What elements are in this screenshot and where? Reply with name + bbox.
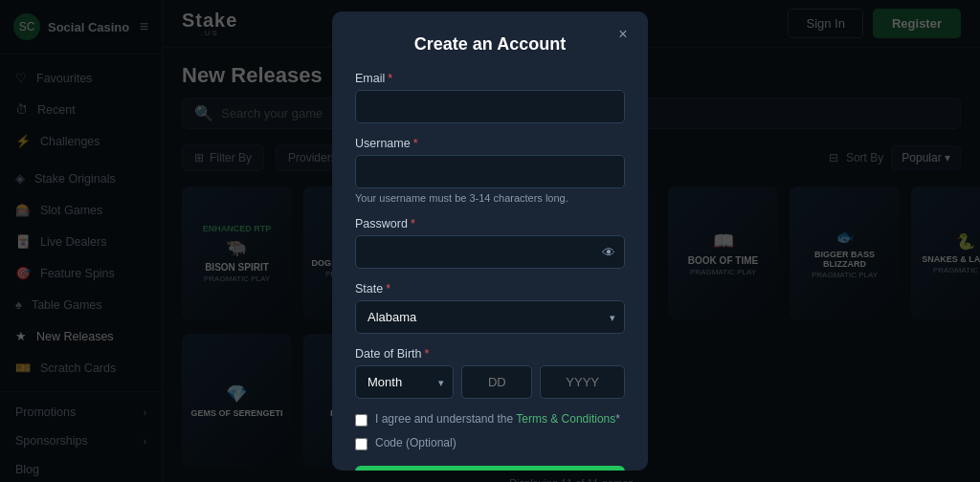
code-checkbox-row: Code (Optional)	[355, 436, 625, 450]
password-label: Password *	[355, 217, 625, 230]
modal-create-account: × Create an Account Email * Username * Y…	[332, 11, 648, 471]
username-field-group: Username * Your username must be 3-14 ch…	[355, 137, 625, 204]
required-marker: *	[386, 282, 390, 296]
terms-checkbox-row: I agree and understand the Terms & Condi…	[355, 412, 625, 427]
state-label: State *	[355, 282, 625, 296]
modal-title: Create an Account	[355, 34, 625, 55]
username-label: Username *	[355, 137, 625, 150]
play-now-button[interactable]: Play Now	[355, 466, 625, 471]
terms-checkbox[interactable]	[355, 414, 368, 427]
state-select[interactable]: Alabama Alaska Arizona California Colora…	[355, 300, 625, 334]
terms-text: I agree and understand the Terms & Condi…	[375, 412, 620, 426]
modal-close-button[interactable]: ×	[612, 23, 635, 46]
email-label: Email *	[355, 72, 625, 85]
dob-field-group: Date of Birth * Month January February M…	[355, 347, 625, 399]
username-hint: Your username must be 3-14 characters lo…	[355, 192, 625, 204]
email-input[interactable]	[355, 90, 625, 123]
terms-label[interactable]: I agree and understand the Terms & Condi…	[375, 412, 620, 426]
dob-day-wrapper	[461, 365, 532, 399]
password-toggle-button[interactable]: 👁	[602, 245, 615, 260]
dob-year-input[interactable]	[540, 365, 625, 399]
required-marker: *	[413, 137, 418, 150]
state-field-group: State * Alabama Alaska Arizona Californi…	[355, 282, 625, 334]
state-select-wrapper: Alabama Alaska Arizona California Colora…	[355, 300, 625, 334]
dob-month-wrapper: Month January February March April May J…	[355, 365, 454, 399]
username-input[interactable]	[355, 155, 625, 188]
code-checkbox[interactable]	[355, 438, 368, 450]
password-input[interactable]	[355, 235, 625, 269]
password-wrapper: 👁	[355, 235, 625, 269]
dob-day-input[interactable]	[461, 365, 532, 399]
required-marker: *	[411, 217, 415, 230]
modal-overlay[interactable]: × Create an Account Email * Username * Y…	[0, 0, 980, 482]
password-field-group: Password * 👁	[355, 217, 625, 269]
dob-label: Date of Birth *	[355, 347, 625, 361]
code-label[interactable]: Code (Optional)	[375, 436, 457, 449]
dob-year-wrapper	[540, 365, 625, 399]
required-marker: *	[424, 347, 429, 361]
dob-month-select[interactable]: Month January February March April May J…	[355, 365, 454, 399]
email-field-group: Email *	[355, 72, 625, 123]
dob-row: Month January February March April May J…	[355, 365, 625, 399]
required-marker: *	[388, 72, 392, 85]
